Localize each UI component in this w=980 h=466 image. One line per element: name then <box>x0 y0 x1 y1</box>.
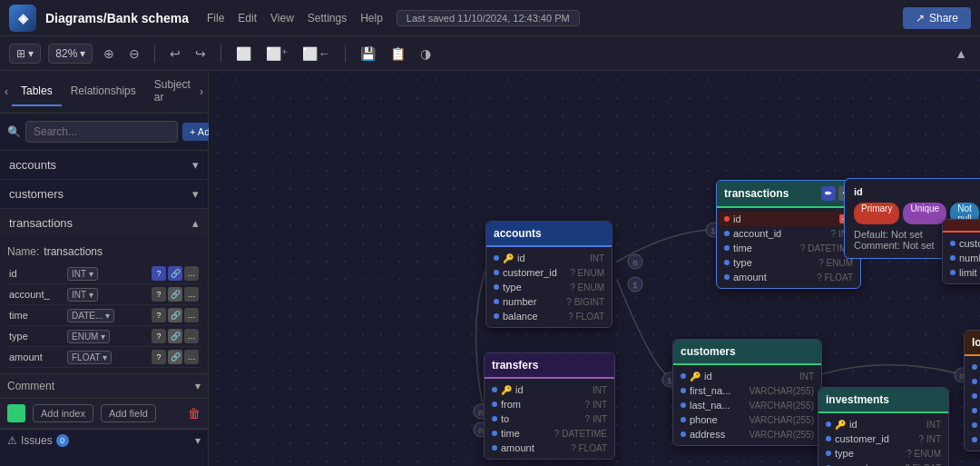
sidebar-tab-arrow-left[interactable]: ‹ <box>5 85 8 98</box>
field-row-type: type ENUM ▾ ? 🔗 … <box>7 326 201 347</box>
menu-file[interactable]: File <box>207 12 224 25</box>
field-type-icons: ? 🔗 … <box>152 329 199 343</box>
field-dot <box>724 231 730 236</box>
field-amount-more-btn[interactable]: … <box>184 350 199 364</box>
field-id-type-badge[interactable]: INT ▾ <box>67 267 98 281</box>
field-time-type-badge[interactable]: DATE... ▾ <box>67 309 114 322</box>
add-field-button[interactable]: Add field <box>101 404 156 422</box>
group-customers-header[interactable]: customers ▾ <box>0 180 208 208</box>
field-row: 🔑idINT <box>486 251 612 265</box>
field-row: id— <box>717 212 860 226</box>
field-account-more-btn[interactable]: … <box>184 287 199 302</box>
delete-button[interactable]: 🗑 <box>188 406 201 421</box>
table-loans[interactable]: loans 🔑idINT customer_id? INT amount? FL… <box>964 330 980 451</box>
field-id-more-btn[interactable]: … <box>184 266 199 281</box>
redo-icon[interactable]: ↪ <box>191 45 210 63</box>
group-transactions-chevron[interactable]: ▴ <box>192 216 199 230</box>
field-type-link-btn[interactable]: 🔗 <box>168 329 182 343</box>
field-type-q-btn[interactable]: ? <box>152 329 166 343</box>
field-dot <box>494 299 499 304</box>
field-dot <box>494 284 499 290</box>
theme-icon[interactable]: ◑ <box>416 45 435 63</box>
separator-1 <box>154 45 155 63</box>
menu-settings[interactable]: Settings <box>308 12 347 25</box>
collapse-toolbar-icon[interactable]: ▲ <box>951 45 971 63</box>
menu-edit[interactable]: Edit <box>238 12 257 25</box>
field-row-account: account_ INT ▾ ? 🔗 … <box>7 284 201 305</box>
field-amount-type-badge[interactable]: FLOAT ▾ <box>67 351 112 364</box>
comment-chevron-icon: ▾ <box>195 380 201 392</box>
main-layout: ‹ Tables Relationships Subject ar › 🔍 + … <box>0 71 980 466</box>
field-id-key-btn[interactable]: ? <box>152 266 166 281</box>
menu-view[interactable]: View <box>270 12 294 25</box>
sidebar-tab-arrow-right[interactable]: › <box>200 85 203 98</box>
search-input[interactable] <box>25 121 178 143</box>
import-icon[interactable]: ⬜← <box>299 45 334 63</box>
group-accounts-header[interactable]: accounts ▾ <box>0 151 208 179</box>
field-row: to? INT <box>485 411 614 426</box>
tab-relationships[interactable]: Relationships <box>62 77 145 106</box>
comment-header[interactable]: Comment ▾ <box>7 380 201 392</box>
share-icon: ↗ <box>916 12 925 25</box>
table-investments[interactable]: investments 🔑idINT customer_id? INT type… <box>818 387 949 466</box>
group-customers-chevron[interactable]: ▾ <box>192 187 199 201</box>
field-time-link-btn[interactable]: 🔗 <box>168 308 182 322</box>
field-id-link-btn[interactable]: 🔗 <box>168 266 182 281</box>
field-dot <box>492 402 497 407</box>
table-cards-header <box>943 220 980 233</box>
field-account-link-btn[interactable]: 🔗 <box>168 287 182 302</box>
field-row: type? ENUM <box>818 446 948 461</box>
field-account-q-btn[interactable]: ? <box>152 287 166 302</box>
comment-section: Comment ▾ <box>0 373 208 398</box>
menu-help[interactable]: Help <box>360 12 383 25</box>
svg-text:1: 1 <box>710 226 715 235</box>
canvas[interactable]: n 1 1 1 n 1 1 n n n <box>209 71 980 466</box>
field-amount-link-btn[interactable]: 🔗 <box>168 350 182 364</box>
field-type-more-btn[interactable]: … <box>184 329 199 343</box>
tab-tables[interactable]: Tables <box>12 77 62 106</box>
table-customers[interactable]: customers 🔑idINT first_na...VARCHAR(255)… <box>672 339 822 446</box>
group-transactions: transactions ▴ Name: transactions id INT… <box>0 209 208 429</box>
field-account-name: account_ <box>9 289 64 300</box>
zoom-in-icon[interactable]: ⊕ <box>100 45 118 63</box>
field-row-id: id INT ▾ ? 🔗 … <box>7 263 201 284</box>
field-type-type-badge[interactable]: ENUM ▾ <box>67 330 110 343</box>
table-transactions[interactable]: transactions ✏ ⋯ id— account_id? INT tim… <box>716 180 861 289</box>
field-time-more-btn[interactable]: … <box>184 308 199 322</box>
field-time-q-btn[interactable]: ? <box>152 308 166 322</box>
share-button[interactable]: ↗ Share <box>903 7 971 29</box>
tab-subject[interactable]: Subject ar <box>145 71 200 113</box>
export-icon[interactable]: 📋 <box>387 45 409 63</box>
field-time-icons: ? 🔗 … <box>152 308 199 322</box>
view-toggle[interactable]: ⊞ ▾ <box>9 44 41 64</box>
color-picker-swatch[interactable] <box>7 404 25 422</box>
field-row: amount? FLOAT <box>965 389 980 403</box>
table-transfers-header: transfers <box>485 353 614 379</box>
svg-text:1: 1 <box>632 281 637 290</box>
field-row-time: time DATE... ▾ ? 🔗 … <box>7 305 201 326</box>
edit-icon[interactable]: ✏ <box>821 186 836 201</box>
field-amount-icons: ? 🔗 … <box>152 350 199 364</box>
key-icon: 🔑 <box>690 372 701 382</box>
add-index-button[interactable]: Add index <box>33 404 93 422</box>
tx-name-row: Name: transactions <box>7 243 201 263</box>
zoom-control[interactable]: 82% ▾ <box>48 44 93 64</box>
field-amount-q-btn[interactable]: ? <box>152 350 166 364</box>
field-account-type-badge[interactable]: INT ▾ <box>67 288 98 302</box>
group-transactions-header[interactable]: transactions ▴ <box>0 209 208 237</box>
table-accounts[interactable]: accounts 🔑idINT customer_id? ENUM type? … <box>485 221 612 328</box>
field-amount-name: amount <box>9 352 64 362</box>
field-row: first_na...VARCHAR(255) <box>673 383 821 398</box>
table-icon[interactable]: ⬜ <box>232 45 255 63</box>
table-transfers[interactable]: transfers 🔑idINT from? INT to? INT time?… <box>484 352 615 460</box>
add-table-icon[interactable]: ⬜⁺ <box>262 45 291 63</box>
svg-text:n: n <box>632 258 637 267</box>
table-cards[interactable]: customer_id? INT number? BIGINT limit? F… <box>942 219 980 284</box>
save-icon[interactable]: 💾 <box>357 45 379 63</box>
issues-bar[interactable]: ⚠ Issues 0 ▾ <box>0 429 208 451</box>
field-dot <box>826 451 831 456</box>
undo-icon[interactable]: ↩ <box>166 45 184 63</box>
group-accounts-chevron[interactable]: ▾ <box>192 158 199 172</box>
zoom-out-icon[interactable]: ⊖ <box>125 45 143 63</box>
table-transactions-body: id— account_id? INT time? DATETIME type?… <box>717 208 860 288</box>
